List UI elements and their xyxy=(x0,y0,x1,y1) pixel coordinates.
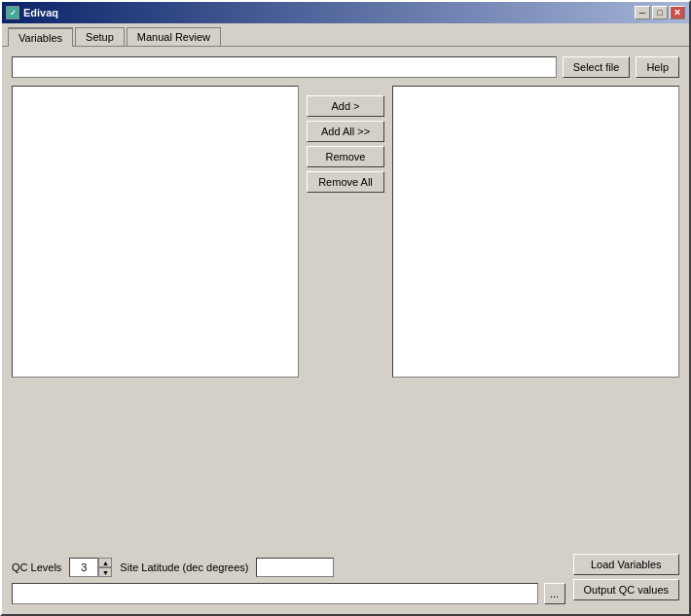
output-qc-button[interactable]: Output QC values xyxy=(573,579,679,600)
browse-button[interactable]: ... xyxy=(544,583,565,604)
tab-bar: Variables Setup Manual Review xyxy=(2,23,689,46)
add-all-button[interactable]: Add All >> xyxy=(307,121,384,142)
output-path-input[interactable] xyxy=(12,583,538,604)
spinner-up-button[interactable]: ▲ xyxy=(98,558,112,567)
qc-levels-label: QC Levels xyxy=(12,562,61,573)
bottom-row1: QC Levels ▲ ▼ Site Latitude (dec degrees… xyxy=(12,558,565,577)
qc-levels-spinner: ▲ ▼ xyxy=(69,558,112,577)
close-button[interactable]: ✕ xyxy=(670,6,685,19)
site-latitude-input[interactable] xyxy=(256,558,334,577)
select-file-button[interactable]: Select file xyxy=(563,56,631,78)
qc-levels-input[interactable] xyxy=(69,558,98,577)
left-list-box[interactable] xyxy=(12,86,299,378)
title-bar-left: ✓ Edivaq xyxy=(6,6,58,19)
bottom-row2: ... xyxy=(12,583,565,604)
help-button[interactable]: Help xyxy=(636,56,679,78)
spinner-buttons: ▲ ▼ xyxy=(98,558,112,577)
file-path-input[interactable] xyxy=(12,56,557,78)
tab-setup[interactable]: Setup xyxy=(75,27,125,46)
spinner-down-button[interactable]: ▼ xyxy=(98,567,112,577)
top-row: Select file Help xyxy=(12,56,679,78)
window-title: Edivaq xyxy=(23,7,58,18)
middle-buttons: Add > Add All >> Remove Remove All xyxy=(299,86,392,546)
remove-button[interactable]: Remove xyxy=(307,146,384,167)
title-controls: ─ □ ✕ xyxy=(635,6,685,19)
bottom-section: QC Levels ▲ ▼ Site Latitude (dec degrees… xyxy=(12,554,679,604)
main-area: Add > Add All >> Remove Remove All xyxy=(12,86,679,546)
remove-all-button[interactable]: Remove All xyxy=(307,171,384,193)
tab-manual-review[interactable]: Manual Review xyxy=(127,27,221,46)
load-variables-button[interactable]: Load Variables xyxy=(573,554,679,575)
tab-variables[interactable]: Variables xyxy=(8,27,73,47)
app-icon: ✓ xyxy=(6,6,19,19)
title-bar: ✓ Edivaq ─ □ ✕ xyxy=(2,2,689,23)
add-button[interactable]: Add > xyxy=(307,95,384,117)
maximize-button[interactable]: □ xyxy=(652,6,668,19)
bottom-left: QC Levels ▲ ▼ Site Latitude (dec degrees… xyxy=(12,554,565,604)
minimize-button[interactable]: ─ xyxy=(635,6,650,19)
right-list-box[interactable] xyxy=(392,86,679,378)
right-buttons: Load Variables Output QC values xyxy=(573,554,679,600)
site-latitude-label: Site Latitude (dec degrees) xyxy=(120,562,248,573)
tab-content: Select file Help Add > Add All >> Remove… xyxy=(2,46,689,614)
main-window: ✓ Edivaq ─ □ ✕ Variables Setup Manual Re… xyxy=(0,0,691,616)
